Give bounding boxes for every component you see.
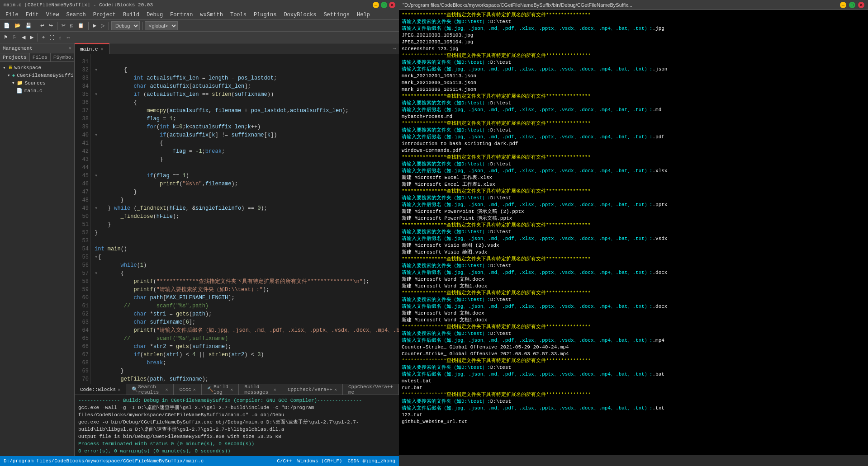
menu-doxyblocks[interactable]: DoxyBlocks	[280, 11, 320, 19]
tab-projects[interactable]: Projects	[0, 53, 30, 61]
project-label: CGetFileNameBySuffix	[17, 73, 74, 78]
editor-tab-mainc[interactable]: main.c ✕	[75, 43, 109, 54]
close-button[interactable]: ✕	[858, 2, 864, 8]
main-title: main.c [CGetFileNameBySuffix] - Code::Bl…	[4, 2, 153, 8]
tab-search-label: Search results	[138, 384, 163, 395]
tab-cppcheck2-label: CppCheck/Vera++ me	[348, 384, 393, 395]
t2-btn8[interactable]: ↔	[64, 34, 73, 41]
open-btn[interactable]: 📂	[13, 22, 23, 29]
menu-fortran[interactable]: Fortran	[166, 11, 196, 19]
build-line4: Process terminated with status 0 (0 minu…	[78, 440, 395, 447]
sidebar-close-btn[interactable]: ✕	[68, 45, 71, 51]
tab-cccc[interactable]: Cccc ✕	[174, 384, 201, 395]
t2-btn2[interactable]: ⚐	[11, 33, 19, 41]
sources-item[interactable]: ▾ 📁 Sources	[0, 79, 74, 87]
tab-cppcheck-close[interactable]: ✕	[334, 387, 337, 392]
mainc-label: main.c	[24, 88, 43, 94]
build-line3: Output file is bin/Debug/CGetFileNameByS…	[78, 433, 395, 440]
menu-plugins[interactable]: Plugins	[250, 11, 280, 19]
project-item[interactable]: ▾ ◈ CGetFileNameBySuffix	[0, 71, 74, 79]
sep4	[109, 22, 109, 30]
sources-folder-icon: 📁	[17, 80, 23, 86]
code-content[interactable]: ▾ { int actualsuffix_len = length - pos_…	[91, 54, 399, 384]
search-icon: 🔍	[132, 386, 138, 392]
menu-project[interactable]: Project	[90, 11, 119, 19]
tab-search-results[interactable]: 🔍 Search results ✕	[126, 384, 174, 395]
workspace-item[interactable]: ▾ 🖥 Workspace	[0, 64, 74, 71]
sep6	[38, 33, 38, 42]
editor-scroll-right[interactable]: →	[390, 43, 399, 54]
tab-cppcheck[interactable]: CppCheck/Vera++ ✕	[282, 384, 343, 395]
menu-settings[interactable]: Settings	[320, 11, 353, 19]
tab-codeblocks[interactable]: Code::Blocks ✕	[75, 384, 126, 395]
tab-cccc-label: Cccc	[179, 387, 191, 392]
project-icon: ◈	[12, 72, 15, 78]
build-output: -------------- Build: Debug in CGetFileN…	[75, 395, 399, 456]
tab-codeblocks-label: Code::Blocks	[80, 387, 116, 392]
menu-build[interactable]: Build	[119, 11, 143, 19]
status-language: C/C++	[277, 458, 292, 464]
menu-file[interactable]: File	[2, 11, 22, 19]
menu-debug[interactable]: Debug	[143, 11, 166, 19]
status-left: D:/program files/CodeBlocks/myworkspace/…	[4, 458, 204, 464]
file-icon: 📄	[16, 88, 23, 94]
status-attribution: CSDN @jing_zhong	[347, 458, 395, 464]
undo-btn[interactable]: ↩	[38, 22, 46, 29]
maximize-button[interactable]: □	[849, 2, 855, 8]
t2-btn6[interactable]: ⛶	[47, 34, 56, 41]
main-titlebar: main.c [CGetFileNameBySuffix] - Code::Bl…	[0, 0, 399, 10]
tab-buildmsg-close[interactable]: ✕	[274, 387, 276, 392]
global-combo[interactable]: <global>	[145, 21, 178, 30]
content-area: Management ✕ Projects Files FSymbo.. ▾ 🖥…	[0, 43, 399, 456]
workspace-icon: ▾	[3, 65, 6, 71]
tab-buildmsg[interactable]: Build messages ✕	[239, 384, 282, 395]
tab-buildlog-close[interactable]: ✕	[230, 387, 233, 392]
terminal-panel[interactable]: ***************查找指定文件夹下具有特定扩展名的所有文件*****…	[399, 10, 868, 455]
tab-buildlog-label: Build log	[213, 384, 228, 395]
save-btn[interactable]: 💾	[24, 22, 33, 29]
tab-codeblocks-close[interactable]: ✕	[118, 387, 120, 392]
minimize-button[interactable]: ─	[840, 2, 846, 8]
paste-btn[interactable]: 📋	[76, 22, 86, 29]
run-btn[interactable]: ▷	[99, 22, 106, 29]
t2-btn1[interactable]: ⚑	[2, 33, 10, 41]
debug-combo[interactable]: Debug	[111, 21, 140, 30]
tab-files[interactable]: Files	[30, 53, 51, 61]
redo-btn[interactable]: ↪	[47, 22, 55, 29]
menu-help[interactable]: Help	[353, 11, 374, 19]
editor-tab-close[interactable]: ✕	[101, 47, 104, 52]
build-btn[interactable]: ▶	[91, 22, 98, 29]
tab-cccc-close[interactable]: ✕	[193, 387, 196, 392]
t2-btn3[interactable]: ◀	[20, 33, 27, 41]
menu-tools[interactable]: Tools	[227, 11, 250, 19]
tab-cppcheck2[interactable]: CppCheck/Vera++ me	[343, 384, 399, 395]
tab-search-close[interactable]: ✕	[165, 387, 168, 392]
sources-label: Sources	[25, 80, 46, 86]
tab-buildlog[interactable]: 🔨 Build log ✕	[202, 384, 239, 395]
sidebar-header: Management ✕	[0, 43, 74, 53]
menu-search[interactable]: Search	[62, 11, 89, 19]
sep3	[88, 22, 89, 30]
toolbar-2: ⚑ ⚐ ◀ ▶ ⌖ ⛶ ↕ ↔	[0, 32, 399, 43]
t2-btn7[interactable]: ↕	[57, 34, 63, 41]
new-btn[interactable]: 📄	[2, 22, 12, 29]
mainc-item[interactable]: 📄 main.c	[0, 87, 74, 94]
menu-edit[interactable]: Edit	[22, 11, 43, 19]
cut-btn[interactable]: ✂	[60, 22, 67, 29]
line-numbers: 31323334 35363738 39404142 43444546 4748…	[75, 54, 91, 384]
terminal-title: "D:/program files/CodeBlocks/myworkspace…	[403, 2, 632, 8]
status-filepath: D:/program files/CodeBlocks/myworkspace/…	[4, 458, 204, 464]
menu-view[interactable]: View	[43, 11, 63, 19]
t2-btn4[interactable]: ▶	[28, 33, 35, 41]
sources-expand-icon: ▾	[12, 80, 15, 86]
copy-btn[interactable]: ⎘	[68, 22, 75, 29]
main-close[interactable]: ✕	[389, 2, 395, 8]
main-maximize[interactable]: □	[381, 2, 387, 8]
bottom-panel: Code::Blocks ✕ 🔍 Search results ✕ Cccc ✕…	[75, 384, 399, 456]
sep5	[142, 22, 142, 30]
main-minimize[interactable]: ─	[373, 2, 379, 8]
t2-btn5[interactable]: ⌖	[40, 33, 47, 41]
bottom-tabs: Code::Blocks ✕ 🔍 Search results ✕ Cccc ✕…	[75, 384, 399, 395]
code-editor[interactable]: 31323334 35363738 39404142 43444546 4748…	[75, 54, 399, 384]
menu-wxsmith[interactable]: wxSmith	[197, 11, 227, 19]
